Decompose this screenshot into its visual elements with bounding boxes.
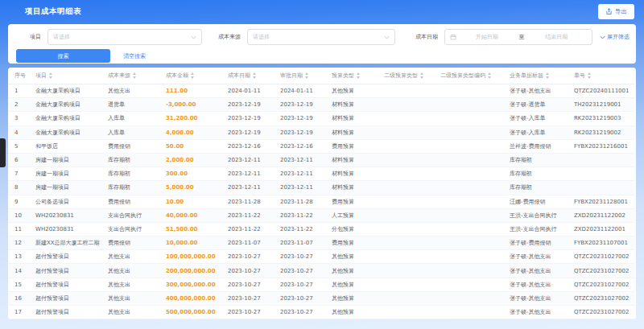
table-cell: 王洪-支出合同执行 [503,208,568,222]
table-cell [378,125,434,139]
cost-source-select[interactable]: 请选择 [247,29,395,45]
sort-carets-icon[interactable] [420,72,423,79]
table-cell [434,181,503,195]
chevron-down-icon [600,35,605,39]
cost-date-range-input[interactable]: 开始日期 至 结束日期 [444,29,592,45]
table-cell: 兰祥波-费用报销 [503,139,568,153]
table-cell: 材料预算 [325,167,378,181]
table-cell: 11 [8,222,29,236]
sort-carets-icon[interactable] [253,72,256,79]
table-cell: QTZC20231027002 [568,278,634,291]
project-select-placeholder: 请选择 [53,33,70,41]
column-header[interactable]: 成本日期 [221,68,274,84]
table-cell: 2023-11-07 [274,236,325,250]
table-row: 10WH20230831支出合同执行40,000.002023-11-22202… [8,208,634,222]
column-header[interactable]: 预算类型 [325,68,378,84]
table-cell: 15 [8,278,29,291]
table-cell: 2023-10-27 [274,250,325,264]
table-cell: 费用预算 [325,139,378,153]
table-cell: 其他支出 [101,264,159,278]
table-cell: 10.00 [159,195,221,208]
sort-carets-icon[interactable] [49,72,52,79]
project-select[interactable]: 请选择 [47,29,202,45]
table-cell: 2023-10-27 [274,264,325,278]
table-cell: 张子硕-入库单 [503,125,568,139]
search-button[interactable]: 搜索 [16,49,110,63]
column-header-label: 二级预算类型编码 [440,72,485,79]
table-cell: 200,000,000.00 [159,264,221,278]
table-cell: 2023-11-07 [221,236,274,250]
table-cell: 111.00 [159,84,221,98]
column-header[interactable]: 审批日期 [274,68,325,84]
table-cell: 2023-12-19 [274,112,325,125]
table-cell: WH20230831 [29,222,101,236]
table-cell: 6 [8,153,29,167]
table-cell: 库存期初 [101,167,159,181]
table-cell: 张子硕-其他支出 [503,306,568,319]
table-cell: 入库单 [101,112,159,125]
table-cell: 2023-12-19 [221,112,274,125]
table-cell [378,181,434,195]
table-cell [378,139,434,153]
table-cell: 2023-11-22 [221,208,274,222]
table-cell: 金融大厦采购项目 [29,84,101,98]
clear-search-link[interactable]: 清空搜索 [123,52,146,60]
sort-carets-icon[interactable] [357,72,360,79]
table-cell: 500,000,000.00 [159,306,221,319]
export-icon [605,8,613,15]
table-cell: 2023-12-19 [221,125,274,139]
column-header[interactable]: 项目 [29,68,101,84]
table-cell: 其他支出 [101,84,159,98]
table-cell: 300.00 [159,167,221,181]
sort-carets-icon[interactable] [488,72,491,79]
table-cell: 2023-10-27 [274,306,325,319]
table-cell: 超付预警项目 [29,250,101,264]
table-cell: 40,000.00 [159,208,221,222]
drawer-handle[interactable] [0,138,6,167]
table-cell: 材料预算 [325,112,378,125]
table-cell [378,112,434,125]
sort-carets-icon[interactable] [133,72,136,79]
table-cell: 张子硕-其他支出 [503,84,568,98]
table-cell: 费用报销 [101,195,159,208]
column-header[interactable]: 二级预算类型 [378,68,434,84]
table-cell: 2023-11-22 [274,208,325,222]
column-header[interactable]: 业务单据标题 [503,68,568,84]
column-header-label: 预算类型 [332,72,354,79]
column-header[interactable]: 成本来源 [101,68,159,84]
table-cell: 新建XX总部大厦工程二期 [29,236,101,250]
date-separator: 至 [518,33,526,41]
table-cell: 其他预算 [325,264,378,278]
table-cell [434,125,503,139]
table-cell: 人工预算 [325,208,378,222]
table-cell: 公司备选项目 [29,195,101,208]
expand-filters-link[interactable]: 展开筛选 [600,33,630,41]
table-cell: 张子硕-退货单 [503,98,568,112]
export-button[interactable]: 导出 [598,4,634,19]
table-cell [434,153,503,167]
table-cell [434,167,503,181]
sort-carets-icon[interactable] [588,72,591,79]
column-header[interactable]: 成本金额 [159,68,221,84]
table-cell: FYBX20231128001 [568,195,634,208]
table-cell: QTZC20231027002 [568,291,634,305]
table-cell: 2023-11-22 [221,222,274,236]
column-header[interactable]: 单号 [568,68,634,84]
table-cell: 房建一期项目 [29,153,101,167]
sort-carets-icon[interactable] [191,72,194,79]
sort-carets-icon[interactable] [305,72,308,79]
table-cell: 库存期初 [101,153,159,167]
column-header[interactable]: 二级预算类型编码 [434,68,503,84]
table-cell: 5 [8,139,29,153]
table-cell [378,264,434,278]
table-cell: 张子硕-费用报销 [503,236,568,250]
sort-carets-icon[interactable] [546,72,549,79]
table-cell [378,98,434,112]
column-header-label: 审批日期 [280,72,303,79]
table-row: 2金融大厦采购项目退货单-3,000.002023-12-192023-12-1… [8,98,634,112]
table-cell [434,222,503,236]
export-button-label: 导出 [615,8,627,16]
table-cell [378,222,434,236]
table-cell: 2023-10-27 [274,291,325,305]
column-header-label: 二级预算类型 [384,72,418,79]
